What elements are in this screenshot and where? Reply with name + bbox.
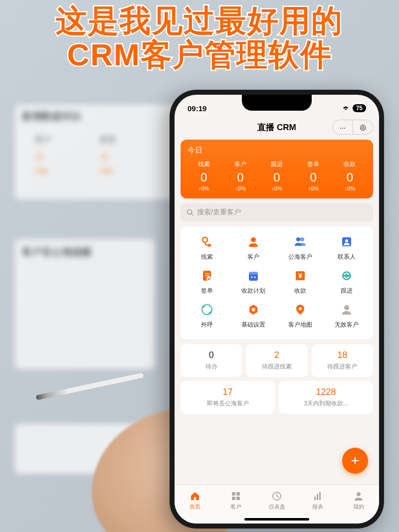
feature-label: 收款 — [294, 287, 306, 295]
stat-card-0[interactable]: 0待办 — [181, 344, 242, 377]
feature-invalid[interactable]: 无效客户 — [324, 301, 371, 329]
svg-rect-25 — [232, 492, 235, 496]
metric-value: 0 — [258, 171, 295, 184]
feature-grid: 线索客户公海客户联系人签单收款计划¥收款跟进外呼基础设置客户地图无效客户 — [181, 226, 373, 339]
more-button[interactable]: ··· — [333, 120, 353, 134]
tab-icon — [230, 491, 241, 502]
metric-value: 0 — [186, 171, 222, 184]
metric-1[interactable]: 客户0↑0% — [222, 160, 258, 191]
svg-rect-30 — [314, 497, 316, 500]
svg-rect-31 — [317, 494, 318, 500]
tab-label: 我的 — [353, 503, 364, 511]
metric-delta: ↑0% — [258, 185, 295, 191]
tab-label: 首页 — [190, 503, 200, 511]
feature-payment[interactable]: ¥收款 — [277, 267, 324, 295]
metric-label: 收款 — [332, 160, 368, 169]
bg-card-title: 新增数据对比 — [22, 110, 82, 123]
stat-card-2[interactable]: 18待跟进客户 — [312, 344, 373, 377]
metric-0[interactable]: 线索0↑0% — [186, 160, 222, 191]
tab-bar: 首页客户仪表盘报表我的 — [175, 485, 379, 524]
stat-value: 2 — [250, 350, 303, 360]
tab-2[interactable]: 仪表盘 — [256, 485, 297, 516]
map-icon — [292, 301, 309, 318]
search-input[interactable]: 搜索/查重客户 — [181, 203, 373, 221]
metrics-card: 今日 线索0↑0%客户0↑0%跟进0↑0%签单0↑0%收款0↓0% — [181, 140, 373, 198]
pool-icon — [292, 233, 309, 250]
svg-point-33 — [357, 492, 361, 496]
feature-customer[interactable]: 客户 — [230, 233, 277, 261]
svg-point-23 — [299, 307, 302, 310]
tab-4[interactable]: 我的 — [338, 485, 379, 516]
tab-icon — [312, 491, 323, 502]
feature-label: 客户地图 — [288, 321, 312, 329]
customer-icon — [245, 233, 262, 250]
tab-1[interactable]: 客户 — [215, 485, 256, 516]
stat-label: 待跟进客户 — [316, 362, 369, 371]
feature-map[interactable]: 客户地图 — [277, 301, 324, 329]
invalid-icon — [338, 301, 355, 318]
metric-3[interactable]: 签单0↑0% — [295, 160, 332, 191]
battery-indicator: 75 — [353, 104, 366, 112]
feature-label: 公海客户 — [288, 253, 312, 261]
notch — [242, 95, 312, 111]
feature-pool[interactable]: 公海客户 — [277, 233, 324, 261]
payment-icon: ¥ — [292, 267, 309, 284]
feature-label: 联系人 — [338, 253, 356, 261]
stat-label: 待办 — [185, 362, 238, 371]
feature-follow[interactable]: 跟进 — [324, 267, 371, 295]
tab-icon — [190, 491, 200, 502]
settings-icon — [245, 301, 262, 318]
feature-label: 客户 — [247, 253, 259, 261]
svg-point-14 — [254, 277, 256, 278]
metric-delta: ↑0% — [186, 185, 222, 191]
stat-label: 待跟进线索 — [250, 362, 303, 371]
feature-label: 无效客户 — [335, 321, 359, 329]
stat-card-1[interactable]: 2待跟进线索 — [246, 344, 307, 377]
feature-label: 外呼 — [201, 321, 213, 329]
svg-line-1 — [192, 213, 194, 215]
bg-card-title-2: 客户丢公海提醒 — [22, 245, 92, 259]
tab-icon — [271, 491, 282, 502]
metric-delta: ↑0% — [222, 185, 258, 191]
add-button[interactable]: + — [342, 448, 368, 474]
tab-3[interactable]: 报表 — [297, 485, 338, 516]
search-placeholder: 搜索/查重客户 — [197, 208, 241, 217]
nav-bar: 直播 CRM ··· ◎ — [175, 117, 379, 138]
svg-point-4 — [251, 237, 256, 242]
svg-rect-27 — [232, 497, 235, 500]
target-button[interactable]: ◎ — [353, 120, 373, 134]
phone-screen: 09:19 75 直播 CRM ··· ◎ 今日 线索0↑0%客户0↑0%跟进0… — [175, 95, 379, 524]
metrics-date[interactable]: 今日 — [186, 146, 368, 155]
metric-4[interactable]: 收款0↓0% — [332, 160, 368, 191]
metric-value: 0 — [222, 171, 258, 184]
feature-settings[interactable]: 基础设置 — [230, 301, 277, 329]
stat-card-3[interactable]: 17即将丢公海客户 — [181, 381, 275, 414]
svg-point-3 — [208, 244, 211, 247]
tab-0[interactable]: 首页 — [175, 485, 215, 516]
svg-text:¥: ¥ — [298, 272, 302, 280]
metric-delta: ↑0% — [295, 185, 332, 191]
svg-rect-32 — [319, 492, 321, 500]
svg-point-13 — [251, 277, 253, 278]
feature-sign[interactable]: 签单 — [184, 267, 230, 295]
svg-point-17 — [342, 271, 351, 280]
contact-icon — [338, 233, 355, 250]
feature-label: 收款计划 — [241, 287, 265, 295]
feature-call[interactable]: 外呼 — [184, 301, 230, 329]
svg-rect-28 — [236, 497, 240, 500]
call-icon — [199, 301, 215, 318]
svg-point-6 — [300, 237, 304, 241]
sign-icon — [199, 267, 215, 284]
metric-delta: ↓0% — [332, 185, 368, 191]
nav-actions: ··· ◎ — [332, 120, 373, 135]
feature-contact[interactable]: 联系人 — [324, 233, 371, 261]
metric-2[interactable]: 跟进0↑0% — [258, 160, 295, 191]
feature-plan[interactable]: 收款计划 — [230, 267, 277, 295]
caption-overlay: 这是我见过最好用的 CRM客户管理软件 — [0, 4, 399, 72]
stat-card-4[interactable]: 12283天内到期收款... — [279, 381, 373, 414]
svg-point-5 — [296, 237, 300, 241]
metric-label: 跟进 — [258, 160, 295, 169]
feature-leads[interactable]: 线索 — [184, 233, 230, 261]
tab-label: 客户 — [230, 503, 241, 511]
metric-label: 签单 — [295, 160, 332, 169]
